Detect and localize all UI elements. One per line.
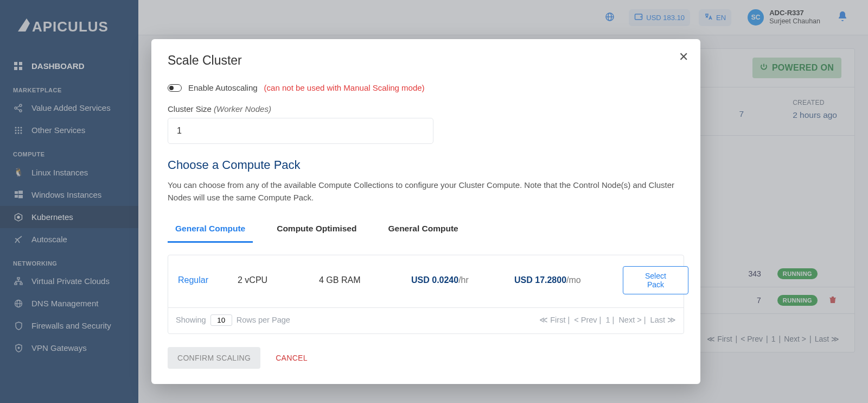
close-icon[interactable]: ✕ [679, 51, 688, 63]
price-unit: /mo [566, 275, 581, 285]
pack-price-hr: USD 0.0240/hr [411, 275, 514, 285]
select-pack-button[interactable]: Select Pack [623, 266, 688, 294]
tab-general-compute-2[interactable]: General Compute [380, 218, 465, 243]
pager-first[interactable]: ≪ First [539, 316, 565, 324]
size-label-text: Cluster Size [168, 104, 212, 114]
pager-showing-prefix: Showing [176, 316, 206, 324]
cluster-size-label: Cluster Size (Worker Nodes) [168, 104, 684, 114]
compute-pack-section-title: Choose a Compute Pack [168, 158, 684, 172]
cluster-size-input[interactable] [168, 118, 433, 144]
pager-rows-suffix: Rows per Page [237, 316, 290, 324]
modal-actions: CONFIRM SCALING CANCEL [168, 347, 684, 369]
pager-last[interactable]: Last ≫ [650, 316, 676, 324]
pack-name: Regular [178, 275, 238, 285]
compute-pack-tabs: General Compute Compute Optimised Genera… [168, 218, 684, 243]
pack-pager-right: ≪ First | < Prev | 1 | Next > | Last ≫ [539, 316, 676, 324]
price-amount: USD 0.0240 [411, 275, 458, 285]
pack-price-mo: USD 17.2800/mo [514, 275, 623, 285]
price-amount: USD 17.2800 [514, 275, 566, 285]
cancel-button[interactable]: CANCEL [276, 354, 308, 362]
confirm-scaling-button[interactable]: CONFIRM SCALING [168, 347, 260, 369]
autoscale-toggle[interactable] [168, 84, 182, 92]
tab-compute-optimised[interactable]: Compute Optimised [269, 218, 364, 243]
pack-pager-left: Showing Rows per Page [176, 314, 290, 326]
tab-general-compute[interactable]: General Compute [168, 218, 253, 243]
pager-page: 1 [605, 316, 610, 324]
compute-pack-section-desc: You can choose from any of the available… [168, 179, 684, 204]
size-label-hint: (Worker Nodes) [214, 104, 271, 114]
pack-ram: 4 GB RAM [319, 275, 411, 285]
pager-rows-input[interactable] [210, 314, 232, 326]
price-unit: /hr [458, 275, 469, 285]
compute-pack-row: Regular 2 vCPU 4 GB RAM USD 0.0240/hr US… [168, 255, 684, 307]
pack-cpu: 2 vCPU [238, 275, 319, 285]
autoscale-label: Enable Autoscaling [188, 83, 258, 92]
autoscale-row: Enable Autoscaling (can not be used with… [168, 83, 684, 92]
scale-cluster-modal: Scale Cluster ✕ Enable Autoscaling (can … [151, 39, 700, 384]
pager-next[interactable]: Next > [618, 316, 641, 324]
autoscale-warning: (can not be used with Manual Scaling mod… [264, 83, 425, 92]
pack-pager: Showing Rows per Page ≪ First | < Prev |… [168, 307, 684, 333]
pager-prev[interactable]: < Prev [574, 316, 597, 324]
compute-pack-card: Regular 2 vCPU 4 GB RAM USD 0.0240/hr US… [168, 255, 684, 334]
modal-title: Scale Cluster [168, 53, 684, 68]
